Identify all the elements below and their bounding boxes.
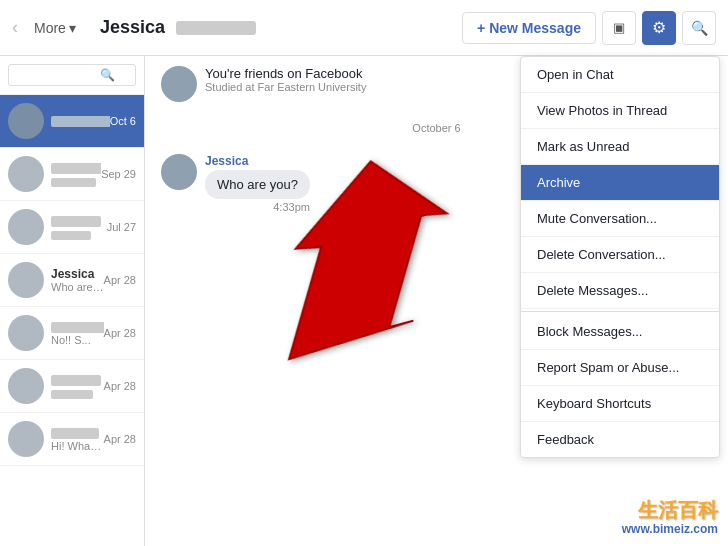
avatar-2 <box>8 209 44 245</box>
more-chevron-icon: ▾ <box>69 20 76 36</box>
top-bar-right: + New Message ▣ ⚙ 🔍 <box>462 11 716 45</box>
name-blur <box>176 21 256 35</box>
gear-icon-button[interactable]: ⚙ <box>642 11 676 45</box>
sidebar-snippet-4: No!! S... <box>51 334 104 346</box>
sidebar-item-3[interactable]: Jessica Who are you? Apr 28 <box>0 254 144 307</box>
friend-info-sub: Studied at Far Eastern University <box>205 81 366 93</box>
more-button[interactable]: More ▾ <box>26 16 84 40</box>
received-time: 4:33pm <box>205 201 310 213</box>
top-bar-left: ‹ More ▾ <box>12 16 84 40</box>
dropdown-item-shortcuts[interactable]: Keyboard Shortcuts <box>521 386 719 422</box>
dropdown-item-delete-msgs[interactable]: Delete Messages... <box>521 273 719 309</box>
dropdown-item-mute[interactable]: Mute Conversation... <box>521 201 719 237</box>
friend-avatar <box>161 66 197 102</box>
received-sender: Jessica <box>205 154 310 168</box>
search-button[interactable]: 🔍 <box>682 11 716 45</box>
friend-info-text: You're friends on Facebook <box>205 66 366 81</box>
sidebar-date-1: Sep 29 <box>101 168 136 180</box>
search-input[interactable] <box>15 68 100 82</box>
sidebar-date-3: Apr 28 <box>104 274 136 286</box>
more-label: More <box>34 20 66 36</box>
dropdown-item-report[interactable]: Report Spam or Abuse... <box>521 350 719 386</box>
watermark-url: www.bimeiz.com <box>622 522 718 536</box>
avatar-0 <box>8 103 44 139</box>
top-bar: ‹ More ▾ Jessica + New Message ▣ ⚙ 🔍 <box>0 0 728 56</box>
friend-info-content: You're friends on Facebook Studied at Fa… <box>205 66 366 93</box>
sidebar-item-5[interactable]: Apr 28 <box>0 360 144 413</box>
dropdown-item-block[interactable]: Block Messages... <box>521 314 719 350</box>
sidebar-item-1[interactable]: Sep 29 <box>0 148 144 201</box>
gear-icon: ⚙ <box>652 18 666 37</box>
new-message-button[interactable]: + New Message <box>462 12 596 44</box>
sidebar-date-2: Jul 27 <box>107 221 136 233</box>
received-msg-content: Jessica Who are you? 4:33pm <box>205 154 310 213</box>
dropdown-item-delete-conv[interactable]: Delete Conversation... <box>521 237 719 273</box>
sidebar-name-5 <box>51 373 104 387</box>
sidebar-item-2[interactable]: Jul 27 <box>0 201 144 254</box>
received-avatar <box>161 154 197 190</box>
new-message-label: + New Message <box>477 20 581 36</box>
back-button[interactable]: ‹ <box>12 17 18 38</box>
conversation-name: Jessica <box>100 17 165 37</box>
dropdown-item-mark-unread[interactable]: Mark as Unread <box>521 129 719 165</box>
watermark-cn-text: 生活百科 <box>622 498 718 522</box>
avatar-6 <box>8 421 44 457</box>
sidebar-name-4 <box>51 320 104 334</box>
sidebar-snippet-3: Who are you? <box>51 281 104 293</box>
sidebar-name-2 <box>51 214 107 228</box>
dropdown-item-view-photos[interactable]: View Photos in Thread <box>521 93 719 129</box>
conversation-title: Jessica <box>100 17 462 38</box>
dropdown-item-feedback[interactable]: Feedback <box>521 422 719 457</box>
sidebar-date-4: Apr 28 <box>104 327 136 339</box>
dropdown-item-open-in-chat[interactable]: Open in Chat <box>521 57 719 93</box>
watermark: 生活百科 www.bimeiz.com <box>622 498 718 536</box>
sidebar-date-0: Oct 6 <box>110 115 136 127</box>
search-box: 🔍 <box>0 56 144 95</box>
sidebar-item-0[interactable]: Oct 6 <box>0 95 144 148</box>
avatar-3 <box>8 262 44 298</box>
sidebar-item-4[interactable]: No!! S... Apr 28 <box>0 307 144 360</box>
sidebar-snippet-5 <box>51 387 104 399</box>
sidebar-name-6 <box>51 426 104 440</box>
sidebar-item-6[interactable]: Hi! What's up? Apr 28 <box>0 413 144 466</box>
sidebar-name-1 <box>51 161 101 175</box>
sidebar-snippet-2 <box>51 228 107 240</box>
avatar-4 <box>8 315 44 351</box>
dropdown-divider <box>521 311 719 312</box>
sidebar-snippet-6: Hi! What's up? <box>51 440 104 452</box>
sidebar-snippet-1 <box>51 175 101 187</box>
dropdown-item-archive[interactable]: Archive <box>521 165 719 201</box>
sidebar-date-5: Apr 28 <box>104 380 136 392</box>
sidebar-name-3: Jessica <box>51 267 104 281</box>
search-input-wrap[interactable]: 🔍 <box>8 64 136 86</box>
video-icon-button[interactable]: ▣ <box>602 11 636 45</box>
received-bubble: Who are you? <box>205 170 310 199</box>
avatar-1 <box>8 156 44 192</box>
sidebar-date-6: Apr 28 <box>104 433 136 445</box>
dropdown-menu: Open in Chat View Photos in Thread Mark … <box>520 56 720 458</box>
avatar-5 <box>8 368 44 404</box>
sidebar: 🔍 Oct 6 Sep 29 Jul 27 <box>0 56 145 546</box>
sidebar-name-0 <box>51 114 110 128</box>
search-icon: 🔍 <box>100 68 115 82</box>
